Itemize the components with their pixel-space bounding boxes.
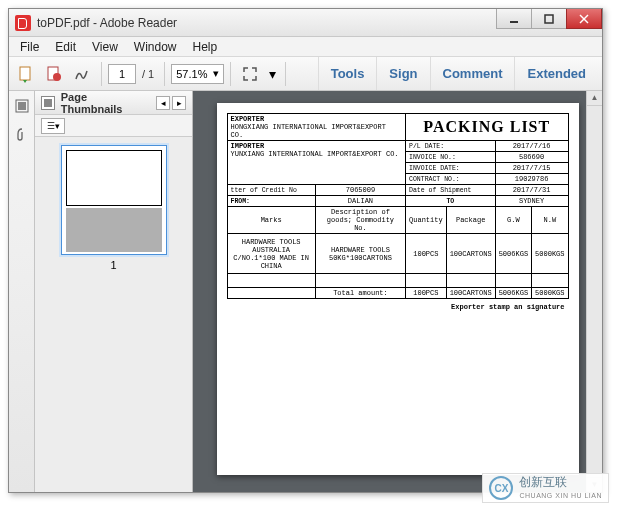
to-value: SYDNEY bbox=[495, 196, 568, 207]
export-pdf-icon[interactable] bbox=[13, 61, 39, 87]
to-label: TO bbox=[406, 196, 496, 207]
fit-page-icon[interactable] bbox=[237, 61, 263, 87]
thumbnail-options-dropdown[interactable]: ☰▾ bbox=[41, 118, 65, 134]
col-nw: N.W bbox=[532, 207, 568, 234]
from-label: FROM: bbox=[227, 196, 315, 207]
credit-no: 7065009 bbox=[315, 185, 405, 196]
panel-close-icon[interactable]: ▸ bbox=[172, 96, 186, 110]
invoice-no: 586690 bbox=[495, 152, 568, 163]
col-gw: G.W bbox=[495, 207, 531, 234]
total-gw: 5006KGS bbox=[495, 288, 531, 299]
credit-label: tter of Credit No bbox=[227, 185, 315, 196]
fit-dropdown-icon[interactable]: ▾ bbox=[265, 61, 279, 87]
ship-date-label: Date of Shipment bbox=[406, 185, 496, 196]
thumbnails-icon bbox=[41, 96, 55, 110]
row-pkg: 100CARTONS bbox=[446, 234, 495, 274]
vertical-scrollbar[interactable] bbox=[586, 91, 602, 492]
chevron-down-icon: ▾ bbox=[213, 67, 219, 80]
window-title: toPDF.pdf - Adobe Reader bbox=[37, 16, 177, 30]
pl-date-label: P/L DATE: bbox=[406, 141, 496, 152]
ship-date: 2017/7/31 bbox=[495, 185, 568, 196]
zoom-value: 57.1% bbox=[176, 68, 207, 80]
invoice-date: 2017/7/15 bbox=[495, 163, 568, 174]
panel-collapse-icon[interactable]: ◂ bbox=[156, 96, 170, 110]
page-view[interactable]: EXPORTER HONGXIANG INTERNATIONAL IMPORT&… bbox=[193, 91, 602, 492]
col-qty: Quantity bbox=[406, 207, 447, 234]
zoom-dropdown[interactable]: 57.1%▾ bbox=[171, 64, 224, 84]
watermark-text: 创新互联 bbox=[519, 476, 602, 488]
page-thumbnail-1[interactable] bbox=[61, 145, 167, 255]
page-total: / 1 bbox=[138, 68, 158, 80]
comment-button[interactable]: Comment bbox=[430, 57, 515, 90]
row-nw: 5000KGS bbox=[532, 234, 568, 274]
maximize-button[interactable] bbox=[531, 9, 567, 29]
from-value: DALIAN bbox=[315, 196, 405, 207]
total-pkg: 100CARTONS bbox=[446, 288, 495, 299]
total-qty: 100PCS bbox=[406, 288, 447, 299]
minimize-button[interactable] bbox=[496, 9, 532, 29]
svg-rect-1 bbox=[545, 15, 553, 23]
total-label: Total amount: bbox=[315, 288, 405, 299]
page-number-input[interactable]: 1 bbox=[108, 64, 136, 84]
watermark: CX 创新互联 CHUANG XIN HU LIAN bbox=[482, 473, 609, 503]
col-marks: Marks bbox=[227, 207, 315, 234]
menubar: File Edit View Window Help bbox=[9, 37, 602, 57]
invoice-date-label: INVOICE DATE: bbox=[406, 163, 496, 174]
exporter-name: HONGXIANG INTERNATIONAL IMPORT&EXPORT CO… bbox=[231, 123, 403, 139]
svg-rect-4 bbox=[20, 67, 30, 80]
toolbar: 1 / 1 57.1%▾ ▾ Tools Sign Comment Extend… bbox=[9, 57, 602, 91]
nav-rail bbox=[9, 91, 35, 492]
invoice-no-label: INVOICE NO.: bbox=[406, 152, 496, 163]
extended-button[interactable]: Extended bbox=[514, 57, 598, 90]
thumbnails-panel: Page Thumbnails ◂ ▸ ☰▾ 1 bbox=[35, 91, 193, 492]
importer-label: IMPORTER bbox=[231, 142, 403, 150]
col-desc: Description of goods; Commodity No. bbox=[315, 207, 405, 234]
sign-button[interactable]: Sign bbox=[376, 57, 429, 90]
menu-window[interactable]: Window bbox=[127, 38, 184, 56]
titlebar: toPDF.pdf - Adobe Reader bbox=[9, 9, 602, 37]
menu-edit[interactable]: Edit bbox=[48, 38, 83, 56]
importer-name: YUNXIANG INTERNATIONAL IMPORT&EXPORT CO. bbox=[231, 150, 403, 158]
svg-rect-8 bbox=[18, 102, 26, 110]
row-marks: HARDWARE TOOLS AUSTRALIA C/NO.1*100 MADE… bbox=[227, 234, 315, 274]
sign-icon[interactable] bbox=[69, 61, 95, 87]
contract-no-label: CONTRACT NO.: bbox=[406, 174, 496, 185]
watermark-sub: CHUANG XIN HU LIAN bbox=[519, 492, 602, 499]
tools-button[interactable]: Tools bbox=[318, 57, 377, 90]
panel-title: Page Thumbnails bbox=[61, 91, 150, 115]
app-icon bbox=[15, 15, 31, 31]
row-qty: 100PCS bbox=[406, 234, 447, 274]
close-button[interactable] bbox=[566, 9, 602, 29]
thumbnail-number: 1 bbox=[43, 255, 184, 271]
pl-date: 2017/7/16 bbox=[495, 141, 568, 152]
pdf-page: EXPORTER HONGXIANG INTERNATIONAL IMPORT&… bbox=[217, 103, 579, 475]
doc-title: PACKING LIST bbox=[406, 114, 568, 141]
total-nw: 5000KGS bbox=[532, 288, 568, 299]
contract-no: 19029786 bbox=[495, 174, 568, 185]
thumbnails-rail-icon[interactable] bbox=[13, 97, 31, 115]
col-pkg: Package bbox=[446, 207, 495, 234]
row-desc: HARDWARE TOOLS 50KG*100CARTONS bbox=[315, 234, 405, 274]
watermark-logo-icon: CX bbox=[489, 476, 513, 500]
footer-text: Exporter stamp an signature bbox=[227, 299, 569, 311]
row-gw: 5006KGS bbox=[495, 234, 531, 274]
create-pdf-icon[interactable] bbox=[41, 61, 67, 87]
menu-file[interactable]: File bbox=[13, 38, 46, 56]
svg-point-6 bbox=[53, 73, 61, 81]
menu-view[interactable]: View bbox=[85, 38, 125, 56]
attachments-rail-icon[interactable] bbox=[13, 125, 31, 143]
menu-help[interactable]: Help bbox=[186, 38, 225, 56]
exporter-label: EXPORTER bbox=[231, 115, 403, 123]
